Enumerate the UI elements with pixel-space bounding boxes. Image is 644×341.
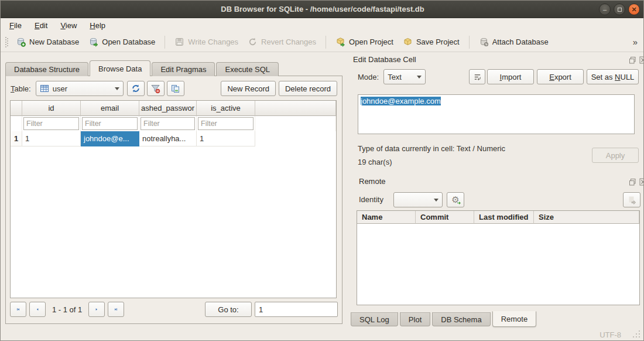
mode-label: Mode: (358, 73, 379, 81)
tab-plot[interactable]: Plot (400, 312, 430, 326)
column-header-hashed-password[interactable]: ashed_passwor (139, 101, 197, 116)
remote-column-size[interactable]: Size (534, 211, 639, 224)
clone-database-button[interactable] (623, 192, 640, 207)
previous-record-button[interactable] (29, 302, 46, 317)
grid-header-row: id email ashed_passwor is_active (11, 101, 336, 116)
identity-label: Identity (359, 195, 383, 204)
cell-editor-textarea[interactable]: johndoe@example.com (358, 94, 635, 134)
row-header[interactable]: 1 (11, 131, 22, 146)
grid-header-filler (255, 101, 336, 116)
save-results-button[interactable] (167, 81, 184, 96)
cell-is-active[interactable]: 1 (197, 131, 255, 146)
mode-select[interactable]: Text (383, 69, 426, 84)
cell-char-count: 19 char(s) (358, 158, 392, 166)
first-record-button[interactable] (10, 302, 26, 317)
dock-close-icon[interactable] (639, 56, 644, 64)
remote-column-last-modified[interactable]: Last modified (474, 211, 534, 224)
menu-edit[interactable]: Edit (28, 19, 54, 32)
remote-table-header: Name Commit Last modified Size (357, 211, 639, 224)
maximize-icon[interactable] (614, 4, 625, 15)
menu-file[interactable]: File (3, 19, 28, 32)
new-database-button[interactable]: New Database (11, 35, 84, 49)
write-changes-button[interactable]: Write Changes (170, 35, 243, 49)
tab-sql-log[interactable]: SQL Log (351, 312, 398, 326)
goto-button[interactable]: Go to: (205, 302, 252, 317)
attach-database-icon (479, 37, 489, 47)
window-title: DB Browser for SQLite - /home/user/code/… (221, 5, 424, 13)
tab-execute-sql[interactable]: Execute SQL (216, 62, 279, 76)
remote-column-commit[interactable]: Commit (416, 211, 474, 224)
goto-input[interactable] (255, 302, 338, 317)
table-label: Table: (11, 84, 31, 93)
tab-db-schema[interactable]: DB Schema (432, 312, 490, 326)
main-tab-bar: Database Structure Browse Data Edit Prag… (5, 60, 280, 76)
column-header-email[interactable]: email (81, 101, 139, 116)
close-icon[interactable]: ✕ (628, 4, 640, 15)
menu-bar: File Edit View Help (1, 18, 644, 32)
grid-corner[interactable] (11, 101, 22, 116)
encoding-status-label: UTF-8 (600, 330, 621, 339)
toolbar-overflow-button[interactable]: » (633, 37, 641, 47)
open-project-button[interactable]: Open Project (331, 35, 398, 49)
export-button[interactable]: Export (537, 69, 584, 84)
table-select-value: user (53, 84, 67, 93)
toolbar-handle[interactable] (5, 42, 6, 43)
open-database-button[interactable]: Open Database (84, 35, 160, 49)
dock-float-icon[interactable] (628, 178, 636, 186)
chevron-down-icon (115, 87, 119, 90)
new-record-button[interactable]: New Record (221, 81, 276, 96)
record-range-label: 1 - 1 of 1 (52, 305, 82, 314)
filter-input-is-active[interactable] (198, 117, 254, 130)
column-header-is-active[interactable]: is_active (197, 101, 255, 116)
menu-help[interactable]: Help (83, 19, 112, 32)
remote-column-name[interactable]: Name (357, 211, 416, 224)
set-as-null-button[interactable]: Set as NULL (587, 69, 639, 84)
cell-hashed-password[interactable]: notreallyha... (139, 131, 197, 146)
menu-view[interactable]: View (54, 19, 83, 32)
cell-editor-content: johndoe@example.com (361, 97, 441, 105)
title-bar[interactable]: DB Browser for SQLite - /home/user/code/… (1, 1, 644, 18)
clear-filter-icon (150, 84, 160, 94)
table-row: 1 1 johndoe@e... notreallyha... 1 (11, 131, 336, 146)
apply-button[interactable]: Apply (592, 148, 639, 163)
filter-input-hashed-password[interactable] (141, 117, 195, 130)
filter-input-id[interactable] (23, 117, 79, 130)
clear-filters-button[interactable] (147, 81, 165, 96)
identity-select[interactable] (393, 192, 443, 207)
dock-close-icon[interactable] (639, 178, 644, 186)
next-record-button[interactable] (88, 302, 105, 317)
filter-input-email[interactable] (82, 117, 138, 130)
last-page-icon (114, 305, 118, 313)
cell-id[interactable]: 1 (22, 131, 81, 146)
write-changes-icon (174, 37, 184, 47)
chevron-down-icon (434, 199, 439, 202)
tab-remote[interactable]: Remote (492, 311, 537, 327)
revert-changes-icon (248, 37, 258, 47)
open-project-icon (335, 37, 345, 47)
resize-grip[interactable] (632, 330, 640, 337)
table-select[interactable]: user (36, 81, 124, 96)
attach-database-button[interactable]: Attach Database (474, 35, 553, 49)
tab-browse-data[interactable]: Browse Data (90, 60, 150, 76)
column-header-id[interactable]: id (22, 101, 81, 116)
manage-identities-button[interactable]: ⚙ (447, 192, 464, 207)
clone-database-icon (627, 195, 637, 205)
cell-type-info: Type of data currently in cell: Text / N… (358, 144, 505, 153)
chevron-down-icon (417, 76, 422, 79)
delete-record-button[interactable]: Delete record (279, 81, 337, 96)
refresh-icon (131, 83, 141, 94)
dock-float-icon[interactable] (628, 56, 636, 64)
word-wrap-button[interactable] (469, 69, 485, 84)
word-wrap-icon (473, 73, 482, 81)
last-record-button[interactable] (108, 302, 124, 317)
tab-database-structure[interactable]: Database Structure (5, 62, 88, 76)
import-button[interactable]: Import (487, 69, 534, 84)
revert-changes-button[interactable]: Revert Changes (243, 35, 321, 49)
refresh-button[interactable] (127, 81, 145, 96)
save-project-button[interactable]: Save Project (398, 35, 464, 49)
db-browser-window: DB Browser for SQLite - /home/user/code/… (0, 0, 644, 341)
cell-email-selected[interactable]: johndoe@e... (81, 131, 139, 146)
remote-dock-title: Remote (359, 177, 386, 186)
tab-edit-pragmas[interactable]: Edit Pragmas (152, 62, 215, 76)
minimize-icon[interactable]: – (599, 4, 611, 15)
